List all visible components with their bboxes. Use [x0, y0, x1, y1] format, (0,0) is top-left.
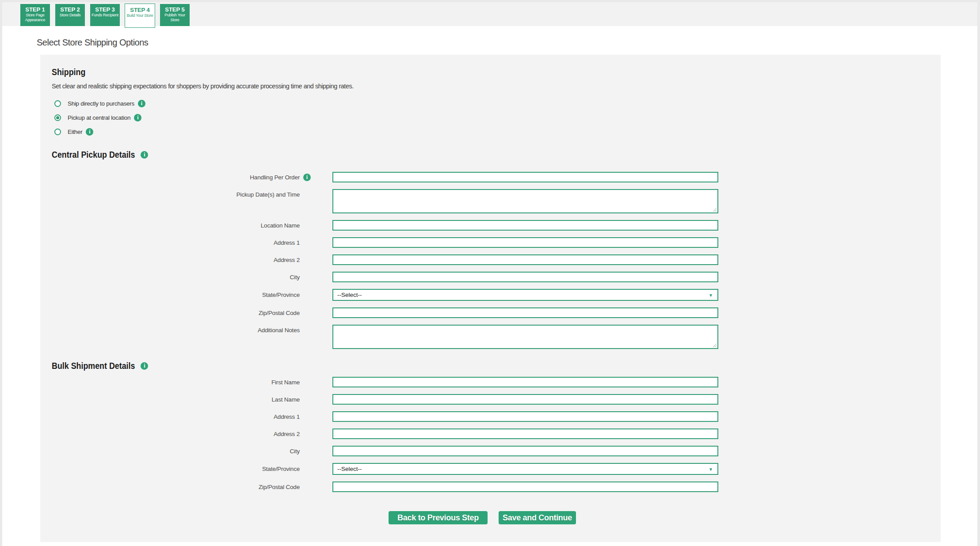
resize-grip[interactable]: [712, 343, 717, 347]
field-label: Address 2: [40, 257, 300, 263]
form-actions: Back to Previous Step Save and Continue: [389, 511, 941, 524]
select-value: --Select--: [337, 292, 362, 298]
form-row: First Name: [40, 377, 941, 387]
tab-step-2[interactable]: STEP 2Store Details: [55, 4, 85, 26]
page-title: Select Store Shipping Options: [37, 38, 148, 48]
central-pickup-form: Handling Per OrderiPickup Date(s) and Ti…: [40, 172, 941, 356]
radio-option-row: Pickup at central locationi: [54, 110, 941, 125]
select-value: --Select--: [337, 466, 362, 472]
textarea-input[interactable]: [332, 189, 718, 213]
info-icon[interactable]: i: [86, 128, 93, 136]
tab-step-1[interactable]: STEP 1Store Page Appearance: [20, 4, 50, 26]
form-row: Address 1: [40, 237, 941, 248]
tab-step-5[interactable]: STEP 5Publish Your Store: [160, 4, 190, 26]
tab-step-number: STEP 5: [160, 6, 190, 13]
info-icon[interactable]: i: [303, 174, 311, 181]
text-input[interactable]: [332, 446, 718, 456]
textarea-input[interactable]: [332, 325, 718, 349]
field-label: Additional Notes: [40, 325, 300, 334]
field-label: Address 1: [40, 239, 300, 246]
field-label: Location Name: [40, 222, 300, 229]
tab-step-label: Store Page Appearance: [20, 13, 50, 22]
bulk-shipment-form: First NameLast NameAddress 1Address 2Cit…: [40, 377, 941, 499]
text-input[interactable]: [332, 220, 718, 231]
central-pickup-section-title: Central Pickup Detailsi: [52, 149, 941, 159]
tab-step-number: STEP 3: [90, 6, 120, 13]
field-label: Address 1: [40, 413, 300, 420]
bulk-shipment-section-title: Bulk Shipment Detailsi: [52, 360, 941, 371]
resize-grip[interactable]: [712, 207, 717, 212]
form-row: Pickup Date(s) and Time: [40, 189, 941, 213]
select-dropdown[interactable]: --Select--▼: [332, 463, 718, 475]
radio-option-row: Eitheri: [54, 125, 941, 139]
form-row: Address 2: [40, 254, 941, 265]
field-label: Zip/Postal Code: [40, 484, 300, 490]
info-icon[interactable]: i: [134, 114, 141, 121]
tab-step-number: STEP 2: [55, 6, 85, 13]
form-row: Handling Per Orderi: [40, 172, 941, 182]
tab-step-label: Funds Recipient: [90, 13, 120, 18]
radio-button[interactable]: [54, 100, 61, 107]
field-label: Last Name: [40, 396, 300, 403]
tab-step-label: Store Details: [55, 13, 85, 18]
select-dropdown[interactable]: --Select--▼: [332, 289, 718, 301]
field-label: City: [40, 274, 300, 281]
back-button[interactable]: Back to Previous Step: [389, 511, 488, 524]
shipping-options-panel: Shipping Set clear and realistic shippin…: [40, 55, 941, 542]
field-label: Handling Per Order: [40, 174, 300, 181]
field-label: State/Province: [40, 292, 300, 298]
radio-button[interactable]: [54, 129, 61, 135]
radio-label: Either: [68, 129, 82, 135]
step-tab-strip: STEP 1Store Page AppearanceSTEP 2Store D…: [2, 2, 977, 26]
field-label: Pickup Date(s) and Time: [40, 189, 300, 198]
form-row: Zip/Postal Code: [40, 307, 941, 318]
form-row: Additional Notes: [40, 325, 941, 349]
text-input[interactable]: [332, 394, 718, 405]
chevron-down-icon: ▼: [709, 466, 713, 471]
form-row: Zip/Postal Code: [40, 482, 941, 492]
tab-step-label: Build Your Store: [125, 13, 155, 18]
field-label: First Name: [40, 379, 300, 386]
form-row: State/Province--Select--▼: [40, 289, 941, 301]
radio-label: Pickup at central location: [68, 114, 130, 121]
text-input[interactable]: [332, 428, 718, 439]
info-icon[interactable]: i: [141, 362, 148, 370]
form-row: Last Name: [40, 394, 941, 405]
text-input[interactable]: [332, 172, 718, 182]
field-label: City: [40, 448, 300, 455]
text-input[interactable]: [332, 237, 718, 248]
text-input[interactable]: [332, 307, 718, 318]
step-tabs: STEP 1Store Page AppearanceSTEP 2Store D…: [20, 4, 190, 28]
form-row: Location Name: [40, 220, 941, 231]
radio-button[interactable]: [54, 114, 61, 121]
chevron-down-icon: ▼: [709, 292, 713, 297]
form-row: City: [40, 446, 941, 456]
text-input[interactable]: [332, 482, 718, 492]
shipping-method-radios: Ship directly to purchasersiPickup at ce…: [40, 96, 941, 139]
radio-label: Ship directly to purchasers: [68, 100, 134, 107]
info-icon[interactable]: i: [141, 151, 148, 159]
shipping-description: Set clear and realistic shipping expecta…: [52, 83, 941, 90]
tab-step-number: STEP 1: [20, 6, 50, 13]
form-row: Address 2: [40, 428, 941, 439]
field-label: State/Province: [40, 466, 300, 472]
field-label: Address 2: [40, 431, 300, 437]
shipping-section-title: Shipping: [52, 67, 941, 77]
label-gutter: i: [300, 174, 332, 181]
save-button[interactable]: Save and Continue: [499, 511, 576, 524]
tab-step-number: STEP 4: [125, 7, 155, 13]
tab-step-label: Publish Your Store: [160, 13, 190, 22]
info-icon[interactable]: i: [138, 100, 145, 107]
text-input[interactable]: [332, 377, 718, 387]
tab-step-4[interactable]: STEP 4Build Your Store: [125, 4, 155, 28]
form-row: Address 1: [40, 411, 941, 422]
tab-step-3[interactable]: STEP 3Funds Recipient: [90, 4, 120, 26]
field-label: Zip/Postal Code: [40, 310, 300, 316]
text-input[interactable]: [332, 411, 718, 422]
radio-option-row: Ship directly to purchasersi: [54, 96, 941, 110]
form-row: City: [40, 272, 941, 282]
form-row: State/Province--Select--▼: [40, 463, 941, 475]
text-input[interactable]: [332, 272, 718, 282]
text-input[interactable]: [332, 254, 718, 265]
